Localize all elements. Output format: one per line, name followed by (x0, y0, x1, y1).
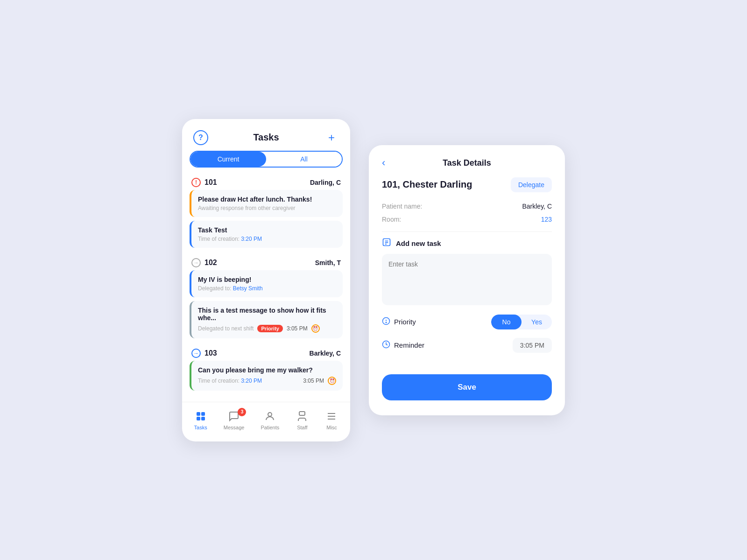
task-footer: Delegated to next shift Priority 3:05 PM… (198, 324, 336, 333)
room-value: 123 (541, 216, 552, 223)
patient-info-row: 101, Chester Darling Delegate (382, 177, 552, 192)
patient-name-102: Smith, T (315, 259, 341, 266)
time-label: 3:05 PM (303, 378, 324, 384)
patient-name-value: Barkley, C (522, 203, 552, 210)
time-label: 3:05 PM (287, 325, 308, 332)
message-badge: 3 (238, 408, 246, 416)
priority-badge: Priority (257, 325, 283, 332)
tab-current[interactable]: Current (190, 152, 266, 167)
task-sub: Time of creation: 3:20 PM (198, 236, 336, 242)
reminder-label: Reminder (394, 341, 424, 349)
task-card[interactable]: Please draw Hct after lunch. Thanks! Awa… (190, 190, 343, 217)
left-header: ? Tasks + (182, 119, 350, 151)
divider (382, 231, 552, 232)
svg-rect-3 (201, 417, 205, 420)
patient-group-103: → 103 Barkley, C Can you please bring me… (190, 346, 343, 391)
tasks-panel: ? Tasks + Current All ! 101 Darling, C P… (182, 119, 350, 441)
patient-num-101: 101 (204, 178, 217, 187)
patient-name-row: Patient name: Barkley, C (382, 200, 552, 213)
patient-header-102: → 102 Smith, T (190, 255, 343, 270)
delegate-button[interactable]: Delegate (511, 177, 552, 192)
svg-point-15 (386, 322, 387, 323)
back-button[interactable]: ‹ (382, 157, 385, 169)
tasks-list: ! 101 Darling, C Please draw Hct after l… (182, 175, 350, 398)
nav-patients[interactable]: Patients (261, 410, 280, 430)
patient-group-101: ! 101 Darling, C Please draw Hct after l… (190, 175, 343, 248)
priority-row: Priority No Yes (382, 315, 552, 329)
reminder-icon (382, 340, 390, 350)
status-icon-101: ! (191, 178, 201, 187)
svg-rect-2 (201, 412, 205, 416)
patient-num-103: 103 (204, 349, 217, 357)
patient-big-name: 101, Chester Darling (382, 179, 472, 190)
task-sub: Awaiting response from other caregiver (198, 205, 336, 211)
room-row: Room: 123 (382, 213, 552, 226)
help-icon[interactable]: ? (193, 130, 208, 145)
patient-name-101: Darling, C (310, 179, 341, 186)
nav-message-label: Message (224, 425, 245, 430)
task-details-panel: ‹ Task Details 101, Chester Darling Dele… (369, 145, 565, 415)
add-task-label: Add new task (396, 239, 441, 247)
clock-icon: ⏰ (328, 377, 336, 385)
right-header: ‹ Task Details (382, 158, 552, 168)
task-sub: Delegated to: Betsy Smith (198, 285, 336, 292)
task-title: My IV is beeping! (198, 276, 336, 283)
add-task-icon[interactable]: + (324, 130, 339, 145)
bottom-nav: Tasks 3 Message Patients Staff Misc (182, 402, 350, 441)
patient-name-label: Patient name: (382, 203, 422, 210)
nav-patients-label: Patients (261, 425, 280, 430)
svg-rect-1 (197, 417, 200, 420)
save-button[interactable]: Save (382, 374, 552, 400)
svg-rect-0 (197, 412, 200, 416)
reminder-time[interactable]: 3:05 PM (513, 338, 552, 353)
nav-misc[interactable]: Misc (325, 410, 338, 430)
task-card[interactable]: My IV is beeping! Delegated to: Betsy Sm… (190, 270, 343, 297)
task-input[interactable] (382, 254, 552, 305)
reminder-row: Reminder 3:05 PM (382, 338, 552, 353)
task-title: Task Test (198, 226, 336, 234)
priority-toggle: No Yes (491, 315, 552, 329)
clock-icon: ⏰ (311, 324, 320, 333)
svg-point-4 (268, 413, 272, 416)
priority-yes[interactable]: Yes (521, 315, 552, 329)
task-title: Please draw Hct after lunch. Thanks! (198, 196, 336, 203)
priority-label: Priority (394, 318, 416, 326)
status-icon-103: → (191, 349, 201, 358)
room-label: Room: (382, 216, 401, 223)
status-icon-102: → (191, 258, 201, 267)
task-card[interactable]: This is a test message to show how it fi… (190, 301, 343, 338)
patients-nav-icon (263, 410, 276, 423)
staff-nav-icon (296, 410, 309, 423)
patient-name-103: Barkley, C (310, 350, 341, 357)
task-card[interactable]: Can you please bring me my walker? Time … (190, 361, 343, 391)
task-card[interactable]: Task Test Time of creation: 3:20 PM (190, 221, 343, 248)
nav-staff[interactable]: Staff (296, 410, 309, 430)
task-title: This is a test message to show how it fi… (198, 307, 336, 322)
svg-rect-5 (299, 412, 305, 415)
tab-all[interactable]: All (266, 152, 342, 167)
patient-group-102: → 102 Smith, T My IV is beeping! Delegat… (190, 255, 343, 338)
task-list-icon (382, 238, 391, 249)
tab-bar: Current All (190, 151, 343, 168)
nav-tasks-label: Tasks (194, 425, 207, 430)
misc-nav-icon (325, 410, 338, 423)
patient-header-103: → 103 Barkley, C (190, 346, 343, 361)
nav-misc-label: Misc (326, 425, 337, 430)
task-title: Can you please bring me my walker? (198, 366, 336, 374)
patient-num-102: 102 (204, 259, 217, 267)
nav-staff-label: Staff (297, 425, 307, 430)
priority-icon (382, 317, 390, 327)
nav-message[interactable]: 3 Message (224, 410, 245, 430)
priority-no[interactable]: No (491, 315, 521, 329)
panel-title: Tasks (253, 132, 279, 143)
patient-header-101: ! 101 Darling, C (190, 175, 343, 190)
nav-tasks[interactable]: Tasks (194, 410, 207, 430)
right-panel-title: Task Details (443, 158, 491, 168)
task-footer: Time of creation: 3:20 PM 3:05 PM ⏰ (198, 377, 336, 385)
tasks-nav-icon (194, 410, 207, 423)
add-task-row: Add new task (382, 238, 552, 249)
